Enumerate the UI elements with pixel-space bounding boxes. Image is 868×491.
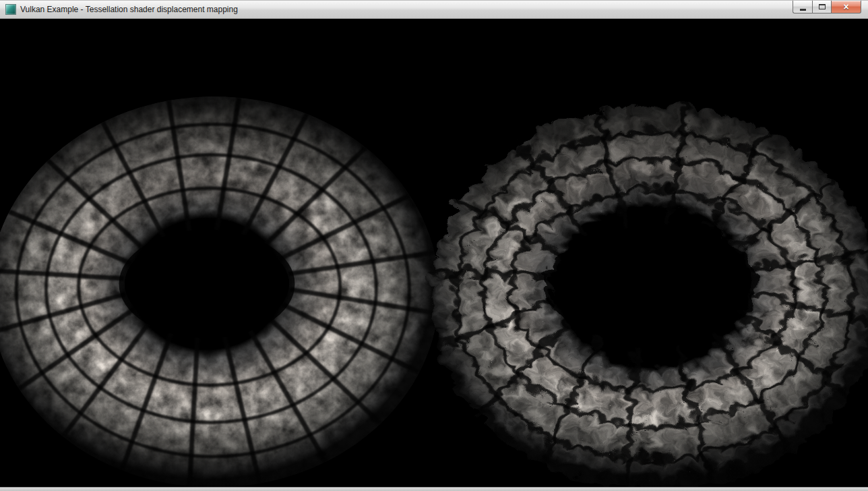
app-window: Vulkan Example - Tessellation shader dis… — [0, 0, 868, 491]
minimize-button[interactable] — [793, 1, 812, 13]
close-icon: × — [843, 2, 848, 11]
close-button[interactable]: × — [831, 1, 861, 13]
render-viewport[interactable] — [0, 19, 868, 487]
app-icon — [5, 4, 16, 15]
render-area — [0, 19, 868, 487]
vignette-overlay — [0, 19, 868, 487]
maximize-button[interactable] — [812, 1, 831, 13]
window-bottom-border — [0, 487, 868, 491]
minimize-icon — [800, 9, 806, 11]
window-title: Vulkan Example - Tessellation shader dis… — [20, 5, 238, 14]
maximize-icon — [819, 4, 826, 9]
window-controls: × — [793, 1, 861, 13]
window-titlebar[interactable]: Vulkan Example - Tessellation shader dis… — [0, 0, 868, 19]
